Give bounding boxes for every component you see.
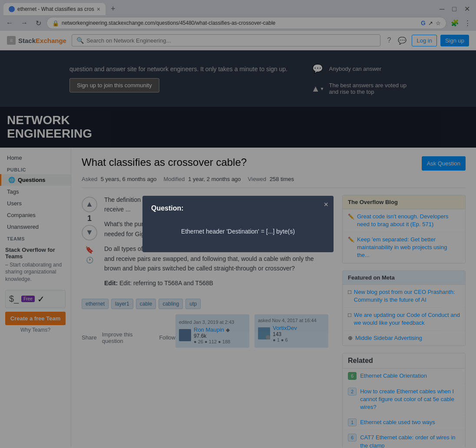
modal-dialog: × Question: Ethernet header 'Destination…	[142, 196, 334, 252]
modal-close-button[interactable]: ×	[324, 200, 328, 209]
modal-overlay: × Question: Ethernet header 'Destination…	[0, 0, 476, 448]
modal-content: Ethernet header 'Destination' = [...] by…	[151, 219, 325, 244]
modal-header: Question:	[151, 204, 325, 212]
